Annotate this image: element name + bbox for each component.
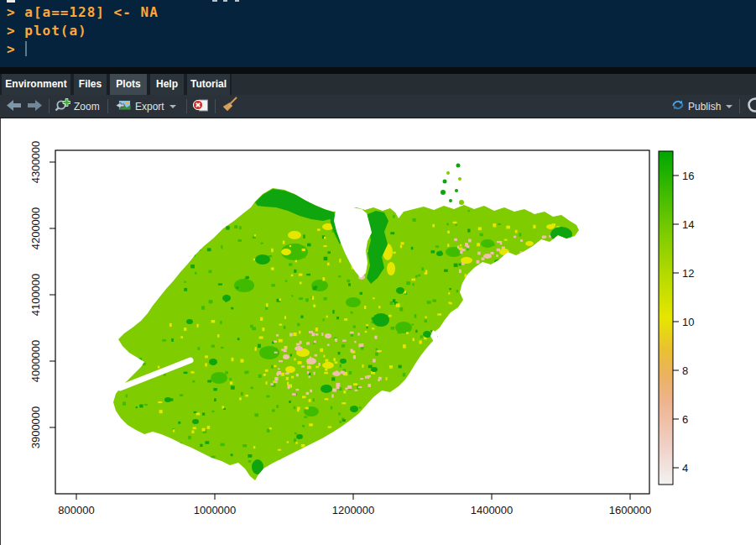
console-prompt-line: > — [7, 41, 27, 57]
publish-button[interactable]: Publish — [671, 95, 733, 118]
back-button[interactable] — [6, 95, 22, 118]
svg-text:1400000: 1400000 — [471, 504, 514, 516]
svg-text:12: 12 — [682, 267, 694, 280]
pane-divider — [0, 67, 756, 74]
svg-text:1200000: 1200000 — [332, 504, 375, 516]
remove-plot-icon — [192, 97, 209, 116]
svg-text:4100000: 4100000 — [29, 274, 42, 317]
export-label: Export — [135, 101, 164, 113]
export-dropdown-caret-icon — [169, 105, 176, 108]
cropped-ui-fragment — [223, 0, 227, 2]
tab-files[interactable]: Files — [74, 74, 107, 95]
svg-text:800000: 800000 — [58, 504, 94, 516]
cropped-ui-fragment — [235, 0, 239, 2]
plot-canvas: 8000001000000120000014000001600000430000… — [1, 118, 756, 545]
toolbar-separator — [186, 99, 187, 113]
toolbar-separator — [49, 99, 50, 113]
forward-arrow-icon — [27, 98, 43, 115]
refresh-button[interactable] — [746, 95, 756, 118]
svg-text:14: 14 — [682, 218, 694, 231]
plot-pane: 8000001000000120000014000001600000430000… — [0, 118, 756, 545]
publish-label: Publish — [688, 101, 721, 113]
forward-button[interactable] — [27, 95, 43, 118]
rstudio-window: { "console": { "lines": ["> a[a==128] <-… — [0, 0, 756, 545]
zoom-button[interactable]: Zoom — [54, 95, 100, 118]
publish-dropdown-caret-icon — [726, 105, 733, 108]
console-line: > plot(a) — [7, 23, 87, 39]
toolbar-separator — [215, 99, 216, 113]
svg-text:4200000: 4200000 — [29, 207, 42, 250]
export-image-icon — [114, 97, 132, 115]
svg-text:4000000: 4000000 — [29, 340, 42, 383]
back-arrow-icon — [6, 98, 22, 115]
zoom-label: Zoom — [74, 101, 100, 113]
remove-plot-button[interactable] — [192, 95, 209, 118]
console-line: > a[a==128] <- NA — [7, 4, 159, 20]
svg-text:4: 4 — [682, 462, 688, 474]
svg-text:10: 10 — [682, 316, 694, 328]
broom-icon — [221, 97, 238, 116]
pane-tab-bar: Environment Files Plots Help Tutorial — [0, 74, 756, 95]
export-button[interactable]: Export — [114, 95, 176, 118]
svg-text:3900000: 3900000 — [29, 406, 42, 449]
cropped-ui-fragment — [212, 0, 217, 2]
tab-tutorial[interactable]: Tutorial — [187, 74, 230, 95]
text-cursor — [25, 41, 27, 56]
tab-help[interactable]: Help — [150, 74, 184, 95]
cropped-ui-fragment — [7, 0, 15, 3]
tab-bar-filler — [232, 74, 756, 95]
tab-environment[interactable]: Environment — [2, 74, 70, 95]
tab-plots[interactable]: Plots — [110, 74, 147, 95]
plots-toolbar: Zoom Export — [0, 95, 756, 118]
refresh-icon — [746, 96, 756, 117]
toolbar-separator — [107, 99, 108, 113]
publish-icon — [671, 98, 685, 114]
svg-text:16: 16 — [682, 170, 694, 182]
svg-text:4300000: 4300000 — [29, 141, 42, 184]
clear-plots-button[interactable] — [221, 95, 238, 118]
svg-text:8: 8 — [682, 364, 688, 377]
console-prompt: > — [7, 41, 16, 57]
console-pane[interactable]: > a[a==128] <- NA > plot(a) > — [0, 0, 756, 67]
zoom-magnifier-icon — [54, 97, 70, 116]
svg-text:1600000: 1600000 — [609, 504, 652, 516]
toolbar-separator — [739, 99, 740, 113]
svg-text:1000000: 1000000 — [194, 504, 237, 516]
svg-text:6: 6 — [682, 413, 688, 426]
